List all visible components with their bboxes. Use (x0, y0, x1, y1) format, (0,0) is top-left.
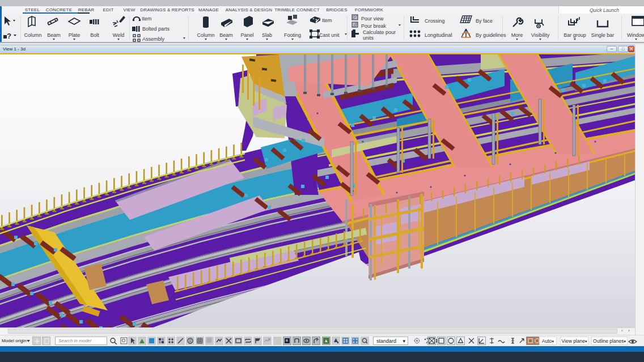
svg-text:?: ? (7, 32, 11, 40)
